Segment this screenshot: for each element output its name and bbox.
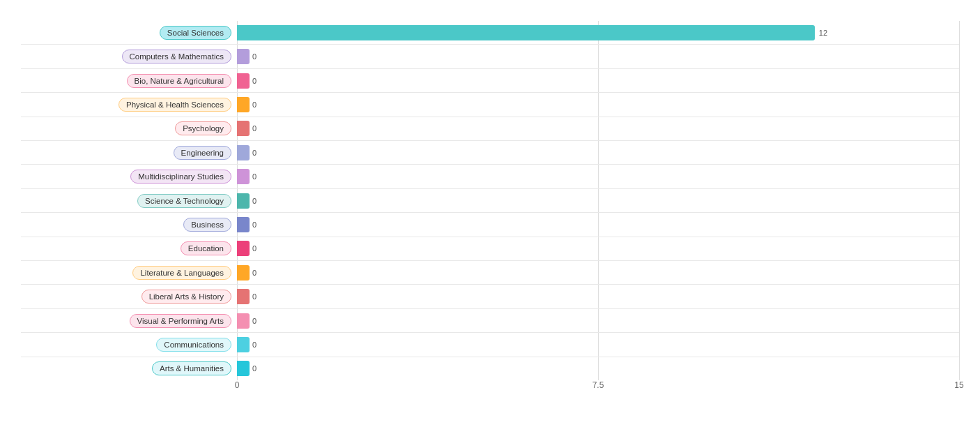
bar-label-pill: Literature & Languages [132,266,231,280]
bar-row: Science & Technology0 [21,189,959,213]
bar-value: 0 [252,292,257,301]
bar-value: 0 [252,197,257,205]
bar-row: Liberal Arts & History0 [21,285,959,308]
bar-label-pill: Bio, Nature & Agricultural [127,74,231,88]
bar-row: Business0 [21,213,959,237]
bar-fill [237,73,250,89]
bar-label-container: Business [21,218,237,232]
bar-fill [237,241,250,256]
bar-fill [237,337,250,352]
bar-label-pill: Liberal Arts & History [141,290,231,304]
bar-label-container: Physical & Health Sciences [21,98,237,112]
bar-row: Computers & Mathematics0 [21,45,959,68]
bar-label-pill: Arts & Humanities [152,361,231,375]
x-label-mid: 7.5 [592,380,604,390]
x-axis: 0 7.5 15 [237,380,959,401]
bar-fill [237,169,250,184]
bar-label-container: Computers & Mathematics [21,50,237,63]
bar-value: 0 [252,100,257,109]
bar-label-container: Visual & Performing Arts [21,314,237,328]
bar-row: Education0 [21,237,959,261]
bar-value: 0 [252,77,257,85]
bar-label-pill: Education [181,241,231,255]
bar-label-container: Psychology [21,121,237,135]
bar-track: 0 [237,265,959,281]
bar-track: 0 [237,121,959,136]
bar-value: 0 [252,172,257,181]
bar-fill [237,217,250,232]
bar-label-container: Science & Technology [21,194,237,208]
bar-row: Arts & Humanities0 [21,357,959,380]
bar-track: 0 [237,169,959,184]
bar-value: 0 [252,364,257,373]
bar-value: 12 [819,29,827,37]
bar-track: 0 [237,73,959,89]
bar-label-pill: Engineering [174,146,231,160]
bar-label-container: Communications [21,338,237,352]
bar-fill [237,313,250,329]
bar-label-pill: Social Sciences [160,26,231,40]
bar-track: 0 [237,145,959,160]
bar-fill [237,361,250,376]
bar-label-pill: Communications [156,338,231,352]
bar-label-pill: Visual & Performing Arts [130,314,231,328]
bar-row: Social Sciences12 [21,21,959,45]
bar-label-container: Engineering [21,146,237,160]
bar-track: 0 [237,313,959,329]
bar-label-pill: Computers & Mathematics [122,50,232,63]
bar-label-container: Liberal Arts & History [21,290,237,304]
bar-label-pill: Business [183,218,231,232]
bar-label-container: Bio, Nature & Agricultural [21,74,237,88]
bar-row: Multidisciplinary Studies0 [21,165,959,188]
bar-row: Bio, Nature & Agricultural0 [21,69,959,93]
bar-value: 0 [252,149,257,157]
bar-value: 0 [252,52,257,61]
bar-label-container: Arts & Humanities [21,361,237,375]
bar-value: 0 [252,341,257,349]
bar-row: Visual & Performing Arts0 [21,309,959,333]
bars-wrapper: Social Sciences12Computers & Mathematics… [21,21,959,380]
bar-label-container: Social Sciences [21,26,237,40]
bar-value: 0 [252,269,257,277]
bar-fill [237,265,250,281]
bar-label-pill: Psychology [175,121,231,135]
bar-track: 0 [237,337,959,352]
bar-track: 0 [237,97,959,112]
bar-row: Communications0 [21,333,959,357]
grid-line-max [959,21,960,380]
bar-row: Literature & Languages0 [21,261,959,285]
bar-fill [237,97,250,112]
bar-value: 0 [252,221,257,229]
bar-row: Engineering0 [21,141,959,165]
bar-track: 0 [237,217,959,232]
bar-row: Physical & Health Sciences0 [21,93,959,117]
bar-label-container: Literature & Languages [21,266,237,280]
bar-fill [237,25,815,40]
bar-fill [237,289,250,304]
bar-label-pill: Multidisciplinary Studies [130,170,231,184]
bar-track: 0 [237,49,959,64]
bar-label-pill: Science & Technology [137,194,231,208]
bar-track: 0 [237,241,959,256]
x-label-max: 15 [954,380,963,390]
chart-container: Social Sciences12Computers & Mathematics… [0,0,980,441]
bar-row: Psychology0 [21,117,959,141]
bar-fill [237,145,250,160]
bar-value: 0 [252,317,257,325]
bar-fill [237,193,250,209]
bar-fill [237,121,250,136]
bar-label-container: Education [21,241,237,255]
x-label-0: 0 [235,380,240,390]
bar-track: 0 [237,361,959,376]
chart-area: Social Sciences12Computers & Mathematics… [21,21,959,401]
bar-track: 0 [237,193,959,209]
bar-value: 0 [252,244,257,253]
bar-value: 0 [252,124,257,133]
bar-label-pill: Physical & Health Sciences [118,98,231,112]
bar-track: 12 [237,25,959,40]
bar-track: 0 [237,289,959,304]
bar-label-container: Multidisciplinary Studies [21,170,237,184]
bar-fill [237,49,250,64]
